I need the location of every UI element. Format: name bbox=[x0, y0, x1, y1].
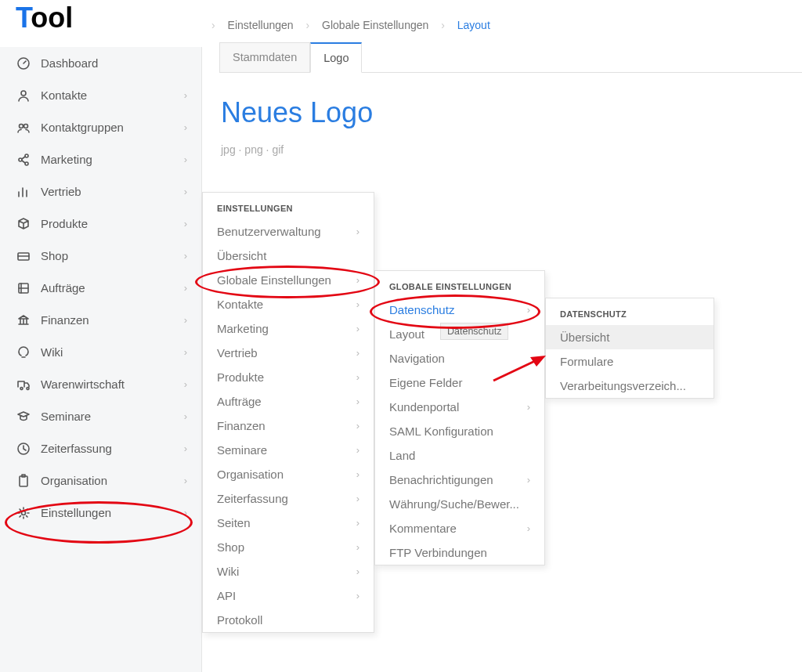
chevron-right-icon: › bbox=[356, 298, 359, 310]
chevron-right-icon: › bbox=[441, 19, 445, 31]
menu-item-bersicht[interactable]: Übersicht bbox=[203, 244, 374, 268]
menu-item-seminare[interactable]: Seminare› bbox=[203, 438, 374, 462]
sidebar-item-seminare[interactable]: Seminare› bbox=[0, 400, 201, 432]
chevron-right-icon: › bbox=[184, 443, 187, 454]
order-icon bbox=[14, 281, 33, 295]
bank-icon bbox=[14, 313, 33, 327]
svg-point-12 bbox=[22, 511, 26, 515]
menu-item-benutzerverwaltung[interactable]: Benutzerverwaltung› bbox=[203, 219, 374, 244]
sidebar-item-label: Zeiterfassung bbox=[41, 442, 112, 455]
svg-rect-10 bbox=[20, 476, 27, 486]
menu-item-kontakte[interactable]: Kontakte› bbox=[203, 292, 374, 316]
sidebar-item-wiki[interactable]: Wiki› bbox=[0, 336, 201, 368]
menu-item-label: Seiten bbox=[217, 516, 251, 529]
menu-item-label: Aufträge bbox=[217, 395, 262, 408]
menu-item-vertrieb[interactable]: Vertrieb› bbox=[203, 341, 374, 365]
sidebar-item-label: Marketing bbox=[41, 153, 92, 166]
chevron-right-icon: › bbox=[356, 493, 359, 504]
menu-item-api[interactable]: API› bbox=[203, 583, 374, 608]
flyout-heading: GLOBALE EINSTELLUNGEN bbox=[375, 271, 544, 298]
sidebar-item-marketing[interactable]: Marketing› bbox=[0, 143, 201, 175]
menu-item-saml-konfiguration[interactable]: SAML Konfiguration bbox=[375, 419, 544, 443]
page-title: Neues Logo bbox=[221, 96, 783, 129]
menu-item-seiten[interactable]: Seiten› bbox=[203, 511, 374, 535]
menu-item-globale-einstellungen[interactable]: Globale Einstellungen› bbox=[203, 268, 374, 292]
menu-item-label: Kundenportal bbox=[389, 400, 459, 414]
menu-item-finanzen[interactable]: Finanzen› bbox=[203, 414, 374, 438]
sidebar-item-dashboard[interactable]: Dashboard bbox=[0, 47, 201, 79]
chevron-right-icon: › bbox=[184, 475, 187, 486]
clock-icon bbox=[14, 442, 33, 456]
chevron-right-icon: › bbox=[527, 401, 530, 413]
menu-item-ftp-verbindungen[interactable]: FTP Verbindungen bbox=[375, 540, 544, 565]
chevron-right-icon: › bbox=[211, 19, 215, 31]
breadcrumb-item-active: Layout bbox=[457, 19, 490, 31]
sidebar-item-label: Shop bbox=[41, 249, 68, 262]
menu-item-zeiterfassung[interactable]: Zeiterfassung› bbox=[203, 486, 374, 511]
menu-item-organisation[interactable]: Organisation› bbox=[203, 462, 374, 486]
chevron-right-icon: › bbox=[356, 541, 359, 553]
sidebar-item-label: Wiki bbox=[41, 345, 63, 359]
chevron-right-icon: › bbox=[527, 304, 530, 316]
sidebar-item-zeiterfassung[interactable]: Zeiterfassung› bbox=[0, 432, 201, 464]
menu-item-kommentare[interactable]: Kommentare› bbox=[375, 516, 544, 540]
menu-item-label: Währung/Suche/Bewer... bbox=[389, 497, 519, 511]
breadcrumb-item[interactable]: Einstellungen bbox=[228, 19, 294, 31]
menu-item-protokoll[interactable]: Protokoll bbox=[203, 608, 374, 632]
menu-item-label: Finanzen bbox=[217, 419, 266, 432]
gear-icon bbox=[14, 506, 33, 520]
menu-item-label: Benachrichtigungen bbox=[389, 473, 493, 486]
sidebar-item-vertrieb[interactable]: Vertrieb› bbox=[0, 175, 201, 208]
sidebar-item-organisation[interactable]: Organisation› bbox=[0, 464, 201, 497]
menu-item-bersicht[interactable]: Übersicht bbox=[546, 325, 713, 349]
menu-item-benachrichtigungen[interactable]: Benachrichtigungen› bbox=[375, 468, 544, 492]
bars-icon bbox=[14, 185, 33, 199]
sidebar-item-finanzen[interactable]: Finanzen› bbox=[0, 304, 201, 336]
menu-item-label: Übersicht bbox=[560, 331, 609, 344]
sidebar-item-kontakte[interactable]: Kontakte› bbox=[0, 79, 201, 111]
menu-item-label: Formulare bbox=[560, 355, 613, 368]
menu-item-label: Land bbox=[389, 449, 415, 462]
menu-item-label: Navigation bbox=[389, 352, 445, 365]
breadcrumb-item[interactable]: Globale Einstellungen bbox=[322, 19, 428, 31]
svg-point-3 bbox=[24, 124, 28, 128]
sidebar-item-einstellungen[interactable]: Einstellungen› bbox=[0, 497, 201, 529]
menu-item-label: Kommentare bbox=[389, 522, 457, 535]
menu-item-auftr-ge[interactable]: Aufträge› bbox=[203, 389, 374, 414]
sidebar-item-label: Dashboard bbox=[41, 56, 98, 70]
flyout-globale-einstellungen: GLOBALE EINSTELLUNGEN Datenschutz›Layout… bbox=[374, 270, 545, 565]
chevron-right-icon: › bbox=[184, 507, 187, 518]
menu-item-label: Vertrieb bbox=[217, 346, 258, 359]
clip-icon bbox=[14, 474, 33, 488]
chevron-right-icon: › bbox=[184, 282, 187, 294]
menu-item-label: SAML Konfiguration bbox=[389, 425, 493, 438]
menu-item-kundenportal[interactable]: Kundenportal› bbox=[375, 395, 544, 419]
menu-item-w-hrung-suche-bewer[interactable]: Währung/Suche/Bewer... bbox=[375, 492, 544, 516]
menu-item-shop[interactable]: Shop› bbox=[203, 535, 374, 559]
tab-logo[interactable]: Logo bbox=[310, 42, 362, 73]
chevron-right-icon: › bbox=[356, 590, 359, 602]
sidebar-item-produkte[interactable]: Produkte› bbox=[0, 208, 201, 240]
chevron-right-icon: › bbox=[184, 154, 187, 165]
menu-item-marketing[interactable]: Marketing› bbox=[203, 316, 374, 341]
truck-icon bbox=[14, 378, 33, 392]
tab-bar: Stammdaten Logo bbox=[219, 42, 802, 73]
menu-item-navigation[interactable]: Navigation bbox=[375, 346, 544, 370]
sidebar-item-warenwirtschaft[interactable]: Warenwirtschaft› bbox=[0, 368, 201, 400]
chevron-right-icon: › bbox=[184, 186, 187, 197]
menu-item-verarbeitungsverzeich[interactable]: Verarbeitungsverzeich... bbox=[546, 374, 713, 398]
card-icon bbox=[14, 249, 33, 263]
menu-item-wiki[interactable]: Wiki› bbox=[203, 559, 374, 583]
menu-item-land[interactable]: Land bbox=[375, 443, 544, 468]
menu-item-eigene-felder[interactable]: Eigene Felder bbox=[375, 370, 544, 395]
sidebar-item-auftr-ge[interactable]: Aufträge› bbox=[0, 272, 201, 304]
menu-item-datenschutz[interactable]: Datenschutz› bbox=[375, 298, 544, 322]
sidebar-item-kontaktgruppen[interactable]: Kontaktgruppen› bbox=[0, 111, 201, 143]
group-icon bbox=[14, 121, 33, 135]
menu-item-produkte[interactable]: Produkte› bbox=[203, 365, 374, 389]
menu-item-label: Übersicht bbox=[217, 249, 266, 262]
sidebar-item-shop[interactable]: Shop› bbox=[0, 240, 201, 272]
menu-item-label: Eigene Felder bbox=[389, 376, 462, 389]
menu-item-formulare[interactable]: Formulare bbox=[546, 349, 713, 374]
tab-stammdaten[interactable]: Stammdaten bbox=[219, 42, 310, 72]
